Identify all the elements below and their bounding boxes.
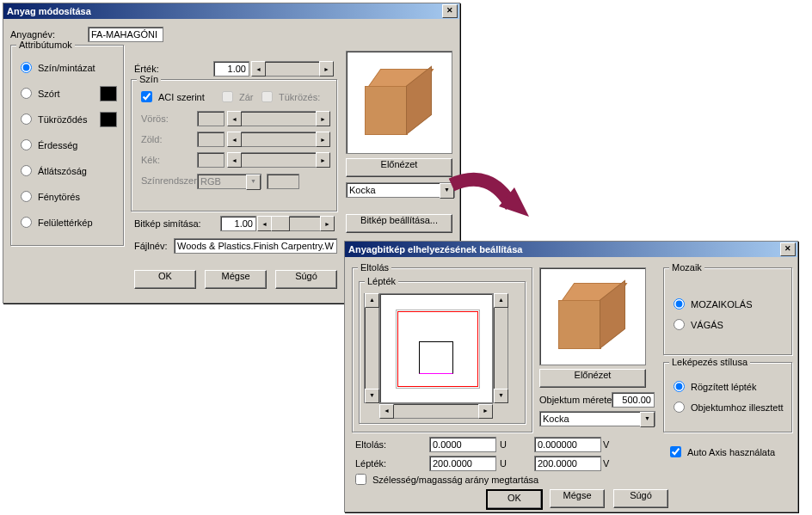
- tukrozodes-color-swatch[interactable]: [100, 112, 117, 127]
- arrow-down-icon[interactable]: ▼: [365, 389, 379, 403]
- radio-felulet[interactable]: Felülettérkép: [21, 217, 93, 228]
- color-preview-box: [267, 174, 299, 189]
- aspect-ratio-checkbox[interactable]: Szélesség/magasság arány megtartása: [355, 474, 538, 485]
- zold-input: [197, 132, 225, 147]
- ertek-slider[interactable]: ◄ ►: [251, 61, 334, 77]
- curved-arrow-icon: [447, 172, 533, 241]
- radio-objektumhoz[interactable]: Objektumhoz illesztett: [674, 402, 784, 413]
- cube-icon: [365, 69, 434, 136]
- radio-erdesseg[interactable]: Érdesség: [21, 139, 77, 150]
- voros-slider: ◄ ►: [227, 111, 330, 126]
- titlebar[interactable]: Anyagbitkép elhelyezésének beállítása ✕: [345, 242, 797, 257]
- objektum-merete-label: Objektum mérete:: [539, 395, 614, 405]
- arrow-up-icon[interactable]: ▲: [365, 293, 379, 308]
- kek-label: Kék:: [141, 155, 160, 165]
- shape-dropdown[interactable]: Kocka ▼: [346, 182, 455, 198]
- radio-tukrozodes[interactable]: Tükröződés: [21, 113, 87, 125]
- help-button[interactable]: Súgó: [275, 270, 337, 289]
- leptek-u-input[interactable]: [429, 456, 496, 471]
- zold-label: Zöld:: [141, 134, 162, 144]
- arrow-left-icon[interactable]: ◄: [379, 404, 394, 419]
- leptek-canvas[interactable]: [379, 293, 493, 403]
- radio-vagas[interactable]: VÁGÁS: [674, 319, 723, 330]
- kek-input: [197, 152, 225, 168]
- ok-button[interactable]: OK: [486, 489, 543, 510]
- material-name-input[interactable]: [88, 27, 163, 42]
- titlebar[interactable]: Anyag módosítása ✕: [3, 3, 459, 19]
- dialog-title: Anyagbitkép elhelyezésének beállítása: [348, 244, 522, 254]
- arrow-up-icon[interactable]: ▲: [494, 293, 508, 308]
- chevron-down-icon: ▼: [246, 175, 261, 190]
- preview-button[interactable]: Előnézet: [346, 158, 452, 177]
- chevron-down-icon[interactable]: ▼: [640, 412, 655, 427]
- kek-slider: ◄ ►: [227, 152, 330, 168]
- arrow-right-icon[interactable]: ►: [320, 216, 335, 231]
- u-label: U: [500, 439, 507, 450]
- radio-atlatszosag[interactable]: Átlátszóság: [21, 165, 87, 176]
- ertek-label: Érték:: [134, 64, 159, 74]
- attributes-legend: Attribútumok: [16, 40, 75, 50]
- szinrendszer-label: Színrendszer:: [141, 175, 200, 186]
- leptek-vscroll-right[interactable]: ▲ ▼: [493, 293, 508, 403]
- mozaik-group: Mozaik: [663, 267, 792, 355]
- bitkep-simitasa-label: Bitkép simítása:: [134, 218, 201, 229]
- voros-input: [197, 111, 225, 126]
- slider-thumb[interactable]: [271, 216, 290, 231]
- fajlnev-label: Fájlnév:: [134, 241, 168, 251]
- v-label-2: V: [603, 458, 609, 469]
- arrow-left-icon: ◄: [227, 111, 242, 126]
- lekepzes-legend: Leképezés stílusa: [669, 357, 750, 367]
- radio-szin-mintazat[interactable]: Szín/mintázat: [21, 62, 95, 73]
- leptek-legend: Lépték: [365, 276, 398, 286]
- preview-button[interactable]: Előnézet: [539, 369, 646, 388]
- arrow-left-icon[interactable]: ◄: [251, 61, 266, 77]
- leptek-v-input[interactable]: [534, 456, 601, 471]
- mozaik-legend: Mozaik: [669, 262, 704, 273]
- eltolas-u-input[interactable]: [429, 437, 496, 452]
- ertek-input[interactable]: [213, 61, 249, 77]
- aci-checkbox[interactable]: ACI szerint: [141, 91, 205, 102]
- tukrozes-checkbox[interactable]: Tükrözés:: [261, 91, 320, 102]
- radio-fenytores[interactable]: Fénytörés: [21, 191, 80, 202]
- arrow-right-icon: ►: [316, 132, 330, 147]
- leptek-vscroll-left[interactable]: ▲ ▼: [364, 293, 379, 403]
- arrow-down-icon[interactable]: ▼: [494, 389, 508, 403]
- arrow-right-icon[interactable]: ►: [319, 61, 334, 77]
- cancel-button[interactable]: Mégse: [205, 270, 267, 289]
- radio-szort[interactable]: Szórt: [21, 88, 60, 99]
- szort-color-swatch[interactable]: [100, 86, 117, 101]
- leptek-hscroll[interactable]: ◄ ►: [379, 403, 493, 419]
- arrow-right-icon: ►: [316, 152, 330, 168]
- voros-label: Vörös:: [141, 113, 169, 124]
- fajlnev-input[interactable]: [174, 238, 337, 254]
- lekepzes-group: Leképezés stílusa: [663, 362, 792, 432]
- leptek-uv-label: Lépték:: [355, 458, 386, 469]
- cube-icon: [558, 283, 627, 350]
- bitkep-simitasa-slider[interactable]: ◄ ►: [257, 216, 335, 231]
- arrow-left-icon[interactable]: ◄: [257, 216, 272, 231]
- arrow-right-icon[interactable]: ►: [478, 404, 493, 419]
- szinrendszer-dropdown: RGB ▼: [197, 174, 261, 189]
- arrow-right-icon: ►: [316, 111, 330, 126]
- objektum-merete-input[interactable]: [612, 392, 655, 408]
- u-label-2: U: [500, 458, 507, 469]
- eltolas-uv-label: Eltolás:: [355, 439, 386, 450]
- szin-legend: Szín: [137, 74, 161, 84]
- radio-rogzitett[interactable]: Rögzített lépték: [674, 381, 756, 392]
- bitkep-simitasa-input[interactable]: [220, 216, 256, 231]
- cancel-button[interactable]: Mégse: [550, 489, 605, 508]
- help-button[interactable]: Súgó: [613, 489, 668, 508]
- eltolas-v-input[interactable]: [534, 437, 601, 452]
- bitmap-placement-dialog: Anyagbitkép elhelyezésének beállítása ✕ …: [344, 241, 798, 512]
- material-name-label: Anyagnév:: [10, 29, 55, 40]
- v-label: V: [603, 439, 609, 450]
- bitkep-beallitasa-button[interactable]: Bitkép beállítása...: [346, 214, 452, 233]
- ok-button[interactable]: OK: [134, 270, 196, 289]
- radio-mozaikolas[interactable]: MOZAIKOLÁS: [674, 298, 753, 310]
- zar-checkbox[interactable]: Zár: [222, 91, 254, 102]
- auto-axis-checkbox[interactable]: Auto Axis használata: [670, 446, 775, 457]
- shape-dropdown-2[interactable]: Kocka ▼: [539, 411, 655, 426]
- zold-slider: ◄ ►: [227, 132, 330, 147]
- close-icon[interactable]: ✕: [442, 4, 458, 18]
- close-icon[interactable]: ✕: [780, 242, 796, 256]
